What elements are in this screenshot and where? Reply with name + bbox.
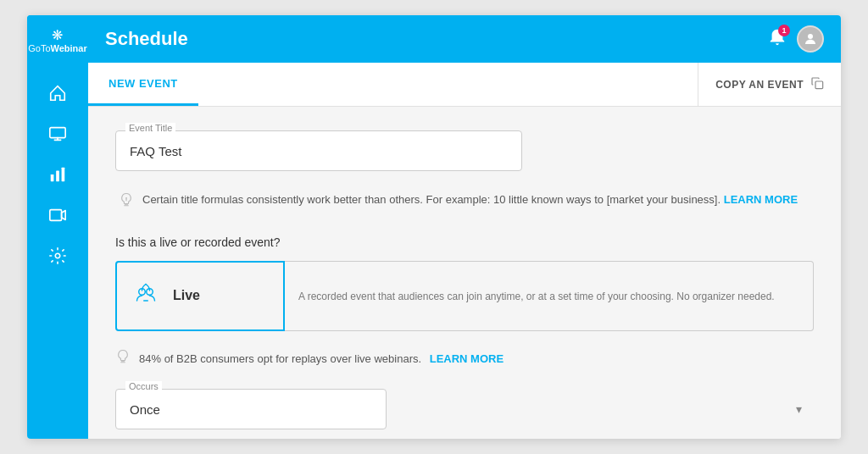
tab-spacer <box>198 63 698 106</box>
stat-hint-text: 84% of B2B consumers opt for replays ove… <box>139 352 504 365</box>
sidebar-nav <box>27 73 88 276</box>
svg-rect-2 <box>56 171 59 182</box>
home-icon <box>48 84 67 102</box>
avatar[interactable] <box>797 25 824 53</box>
bulb-icon <box>119 192 134 212</box>
app-container: ❋ GoToWebinar <box>27 15 841 439</box>
live-event-icon <box>131 278 161 314</box>
event-title-group: Event Title <box>115 130 814 171</box>
notification-button[interactable]: 1 <box>768 28 787 51</box>
event-type-label: Is this a live or recorded event? <box>115 235 814 249</box>
header-actions: 1 <box>768 25 824 53</box>
sidebar-item-analytics[interactable] <box>27 154 88 195</box>
occurs-label: Occurs <box>125 381 162 391</box>
stat-bulb-icon <box>115 349 131 368</box>
title-hint-text: Certain title formulas consistently work… <box>142 191 798 208</box>
sidebar-item-home[interactable] <box>27 73 88 114</box>
settings-icon <box>48 246 67 265</box>
svg-rect-3 <box>62 168 65 182</box>
svg-point-5 <box>55 253 60 258</box>
chevron-down-icon: ▾ <box>796 402 802 416</box>
sidebar-item-webinars[interactable] <box>27 114 88 154</box>
header: Schedule 1 <box>88 15 841 63</box>
webinar-icon <box>48 125 67 143</box>
recordings-icon <box>48 206 67 224</box>
svg-rect-7 <box>815 81 823 89</box>
svg-rect-1 <box>51 174 54 181</box>
content-area: Event Title Certain title formulas consi… <box>88 107 841 439</box>
sidebar-item-settings[interactable] <box>27 235 88 276</box>
copy-icon <box>810 76 824 93</box>
event-title-input[interactable] <box>115 130 522 171</box>
title-hint-box: Certain title formulas consistently work… <box>115 185 814 219</box>
svg-rect-0 <box>50 128 65 138</box>
tab-new-event[interactable]: NEW EVENT <box>88 63 198 106</box>
occurs-select[interactable]: Once Weekly Daily <box>115 389 387 429</box>
sidebar-item-recordings[interactable] <box>27 195 88 235</box>
live-event-card[interactable]: Live <box>115 261 285 331</box>
hint-learn-more-link[interactable]: LEARN MORE <box>724 193 798 206</box>
logo-icon: ❋ <box>52 27 63 43</box>
recorded-card-desc: A recorded event that audiences can join… <box>298 289 775 304</box>
stat-learn-more-link[interactable]: LEARN MORE <box>430 352 504 365</box>
recorded-event-card[interactable]: A recorded event that audiences can join… <box>285 261 814 331</box>
notification-badge: 1 <box>778 25 790 36</box>
user-icon <box>803 31 818 47</box>
svg-point-6 <box>808 34 813 39</box>
event-title-label: Event Title <box>125 123 175 133</box>
analytics-icon <box>48 165 67 184</box>
svg-rect-4 <box>50 210 62 221</box>
logo-text: GoToWebinar <box>28 43 87 54</box>
stat-hint-box: 84% of B2B consumers opt for replays ove… <box>115 345 814 372</box>
live-card-title: Live <box>173 288 200 303</box>
event-type-row: Live A recorded event that audiences can… <box>115 261 814 331</box>
page-title: Schedule <box>105 28 188 50</box>
copy-event-button[interactable]: COPY AN EVENT <box>698 63 841 106</box>
tabs-bar: NEW EVENT COPY AN EVENT <box>88 63 841 107</box>
sidebar: ❋ GoToWebinar <box>27 15 88 439</box>
logo: ❋ GoToWebinar <box>27 15 88 66</box>
occurs-group: Occurs Once Weekly Daily ▾ <box>115 389 814 429</box>
main-area: Schedule 1 NE <box>88 15 841 439</box>
